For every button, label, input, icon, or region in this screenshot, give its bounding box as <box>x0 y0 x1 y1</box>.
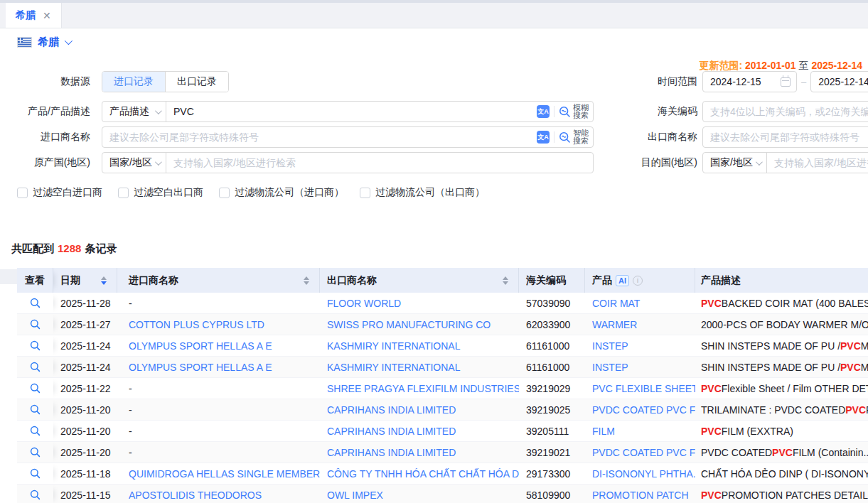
cell-product[interactable]: COIR MAT <box>585 293 695 313</box>
sort-icon[interactable] <box>503 276 508 285</box>
checkbox-filter-logistics-importer[interactable]: 过滤物流公司（进口商） <box>219 186 344 199</box>
tab-export-records[interactable]: 出口记录 <box>165 72 228 92</box>
column-header-date[interactable]: 日期 <box>53 268 117 293</box>
result-summary: 共匹配到1288条记录 <box>11 242 868 256</box>
tab-import-records[interactable]: 进口记录 <box>102 72 165 92</box>
table-row: 2025-11-20-CAPRIHANS INDIA LIMITED392190… <box>17 442 868 463</box>
hs-code-input[interactable] <box>703 102 868 121</box>
cell-date: 2025-11-20 <box>53 421 117 441</box>
cell-exporter[interactable]: CAPRIHANS INDIA LIMITED <box>320 399 519 420</box>
cell-importer[interactable]: APOSTOLIDIS THEODOROS <box>117 485 320 503</box>
cell-importer[interactable]: OLYMPUS SPORT HELLAS A E <box>117 357 320 377</box>
cell-date: 2025-11-24 <box>53 335 117 356</box>
cell-exporter[interactable]: CAPRIHANS INDIA LIMITED <box>320 421 519 441</box>
view-button[interactable] <box>17 421 53 441</box>
view-button[interactable] <box>17 335 53 356</box>
column-header-hs-code: 海关编码 <box>519 268 585 293</box>
cell-exporter[interactable]: KASHMIRY INTERNATIONAL <box>320 357 519 377</box>
magnifier-wave-icon <box>559 131 571 144</box>
checkbox-icon[interactable] <box>219 188 230 198</box>
tab-greece[interactable]: 希腊 ✕ <box>6 3 62 28</box>
cell-exporter[interactable]: CAPRIHANS INDIA LIMITED <box>320 442 519 463</box>
sort-icon[interactable] <box>101 276 107 285</box>
view-button[interactable] <box>17 463 53 484</box>
cell-hs-code: 61161000 <box>519 335 585 356</box>
destination-type-select[interactable]: 国家/地区 <box>703 153 767 173</box>
cell-exporter[interactable]: SWISS PRO MANUFACTURING CO <box>320 314 519 335</box>
cell-hs-code: 61161000 <box>519 357 585 377</box>
column-header-exporter[interactable]: 出口商名称 <box>320 268 519 293</box>
date-to-input[interactable]: 2025-12-14 <box>810 71 868 92</box>
cell-exporter[interactable]: OWL IMPEX <box>320 485 519 503</box>
view-magnifier-icon <box>30 426 41 436</box>
table-body: 2025-11-28-FLOOR WORLD57039090COIR MATPV… <box>17 293 868 503</box>
cell-product[interactable]: DI-ISONONYL PHTHA... <box>585 463 695 484</box>
product-input[interactable] <box>166 102 534 121</box>
info-icon[interactable]: i <box>633 276 643 286</box>
view-button[interactable] <box>17 314 53 335</box>
table-row: 2025-11-24OLYMPUS SPORT HELLAS A EKASHMI… <box>17 357 868 378</box>
cell-product[interactable]: WARMER <box>585 314 695 335</box>
date-from-input[interactable]: 2024-12-15 <box>702 71 797 92</box>
checkbox-icon[interactable] <box>118 188 129 198</box>
filter-form: 更新范围: 2012-01-01 至 2025-12-14 数据源 进口记录 出… <box>0 55 868 214</box>
product-type-select[interactable]: 产品描述 <box>102 102 166 121</box>
date-to-value: 2025-12-14 <box>818 76 868 87</box>
view-button[interactable] <box>17 485 53 503</box>
checkbox-icon[interactable] <box>17 188 28 198</box>
cell-product[interactable]: INSTEP <box>585 335 695 356</box>
column-header-importer[interactable]: 进口商名称 <box>117 268 320 293</box>
sort-icon[interactable] <box>304 276 309 285</box>
cell-importer[interactable]: COTTON PLUS CYPRUS LTD <box>117 314 320 335</box>
time-range-label: 时间范围 <box>640 75 702 88</box>
cell-hs-code: 39219021 <box>519 442 585 463</box>
view-button[interactable] <box>17 357 53 377</box>
importer-input[interactable] <box>102 127 534 147</box>
view-magnifier-icon <box>30 340 41 351</box>
cell-product[interactable]: PROMOTION PATCH <box>585 485 695 503</box>
cell-product[interactable]: PVDC COATED PVC FIL... <box>585 399 695 420</box>
cell-exporter[interactable]: KASHMIRY INTERNATIONAL <box>320 335 519 356</box>
translate-icon[interactable]: 文A <box>537 131 550 144</box>
importer-label: 进口商名称 <box>0 131 96 144</box>
destination-type-value: 国家/地区 <box>710 156 753 169</box>
fuzzy-search-button[interactable]: 模糊搜索 <box>559 104 589 119</box>
cell-product[interactable]: FILM <box>585 421 695 441</box>
origin-type-select[interactable]: 国家/地区 <box>102 153 166 173</box>
cell-hs-code: 58109900 <box>519 485 585 503</box>
view-magnifier-icon <box>30 383 41 394</box>
cell-importer[interactable]: QUIMIDROGA HELLAS SINGLE MEMBER PC <box>117 463 320 484</box>
checkbox-filter-logistics-exporter[interactable]: 过滤物流公司（出口商） <box>360 186 485 199</box>
cell-product[interactable]: PVC FLEXIBLE SHEET F... <box>585 378 695 399</box>
tab-close-icon[interactable]: ✕ <box>43 11 51 21</box>
cell-description: PVC PROMOTION PATCHES DETAIL ... <box>695 485 868 503</box>
cell-exporter[interactable]: SHREE PRAGYA FLEXIFILM INDUSTRIES <box>320 378 519 399</box>
view-button[interactable] <box>17 378 53 399</box>
cell-exporter[interactable]: CÔNG TY TNHH HÓA CHẤT CHẤT HÓA DẺ... <box>320 463 519 484</box>
table-row: 2025-11-15APOSTOLIDIS THEODOROSOWL IMPEX… <box>17 485 868 503</box>
chevron-down-icon[interactable] <box>65 37 73 45</box>
filter-checkboxes: 过滤空白进口商 过滤空白出口商 过滤物流公司（进口商） 过滤物流公司（出口商） <box>17 186 485 199</box>
table-row: 2025-11-22-SHREE PRAGYA FLEXIFILM INDUST… <box>17 378 868 399</box>
checkbox-filter-blank-importer[interactable]: 过滤空白进口商 <box>17 186 102 199</box>
view-button[interactable] <box>17 293 53 313</box>
view-button[interactable] <box>17 399 53 420</box>
cell-product[interactable]: INSTEP <box>585 357 695 377</box>
origin-country-input[interactable] <box>166 153 582 173</box>
checkbox-filter-blank-exporter[interactable]: 过滤空白出口商 <box>118 186 203 199</box>
cell-importer[interactable]: OLYMPUS SPORT HELLAS A E <box>117 335 320 356</box>
data-source-label: 数据源 <box>0 75 96 88</box>
checkbox-icon[interactable] <box>360 188 370 198</box>
exporter-input[interactable] <box>703 127 868 147</box>
cell-exporter[interactable]: FLOOR WORLD <box>320 293 519 313</box>
destination-country-input[interactable] <box>767 153 868 173</box>
view-button[interactable] <box>17 442 53 463</box>
cell-product[interactable]: PVDC COATED PVC FIL... <box>585 442 695 463</box>
translate-icon[interactable]: 文A <box>537 105 550 118</box>
cell-date: 2025-11-24 <box>53 357 117 377</box>
column-header-description: 产品描述 <box>695 268 868 293</box>
cell-description: SHIN INSTEPS MADE OF PU / PVC M... <box>695 357 868 377</box>
update-range-label: 更新范围: <box>699 60 742 71</box>
smart-search-button[interactable]: 智能搜索 <box>559 129 589 145</box>
cell-importer: - <box>117 421 320 441</box>
